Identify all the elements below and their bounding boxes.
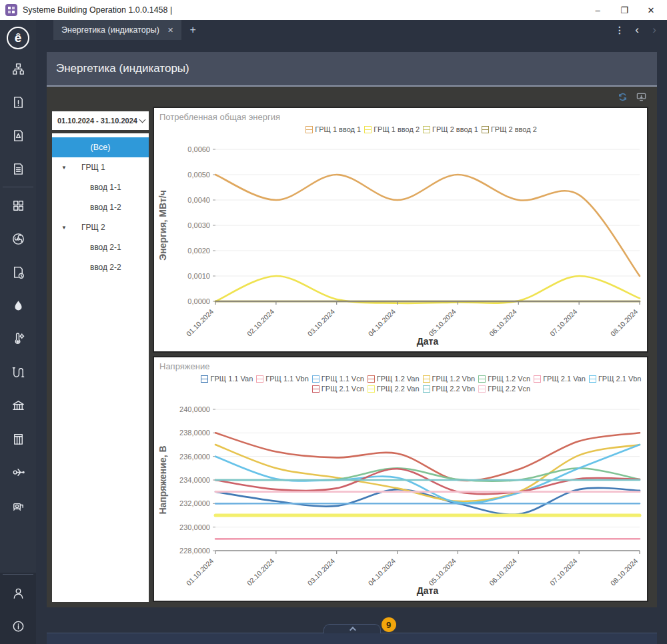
sidebar-item-reports[interactable]	[0, 152, 36, 185]
tab-menu-icon[interactable]: ⋮	[612, 25, 627, 35]
tree-caret-icon[interactable]: ▼	[61, 225, 67, 231]
legend-label: ГРЩ 1 ввод 2	[374, 125, 420, 133]
legend-item[interactable]: ГРЩ 2.1 Vcn	[312, 385, 364, 393]
elevator-icon	[11, 432, 25, 446]
tree-item[interactable]: (Все)	[52, 137, 149, 157]
sidebar-item-elevator[interactable]	[0, 422, 36, 455]
legend-label: ГРЩ 1 ввод 1	[315, 125, 361, 133]
tree-item[interactable]: ввод 2-1	[52, 237, 149, 257]
alarm-count-badge: 9	[382, 617, 396, 632]
legend-item[interactable]: ГРЩ 1 ввод 1	[305, 125, 361, 133]
legend-item[interactable]: ГРЩ 2.2 Vbn	[423, 385, 476, 393]
legend-label: ГРЩ 1.2 Vbn	[432, 375, 476, 383]
new-tab-button[interactable]: +	[181, 20, 204, 40]
legend-label: ГРЩ 2.1 Vbn	[598, 375, 642, 383]
svg-text:240,0000: 240,0000	[179, 405, 210, 413]
device-tree: (Все)▼ГРЩ 1ввод 1-1ввод 1-2▼ГРЩ 2ввод 2-…	[52, 133, 149, 602]
legend-marker-icon	[423, 385, 430, 393]
sidebar-item-building[interactable]	[0, 389, 36, 422]
content-area: 01.10.2024 - 31.10.2024 (Все)▼ГРЩ 1ввод …	[47, 87, 657, 607]
legend-label: ГРЩ 1.2 Van	[377, 375, 420, 383]
energy-chart-legend: ГРЩ 1 ввод 1ГРЩ 1 ввод 2ГРЩ 2 ввод 1ГРЩ …	[201, 125, 642, 133]
svg-text:06.10.2024: 06.10.2024	[488, 307, 518, 338]
document-list-icon	[11, 162, 25, 176]
legend-item[interactable]: ГРЩ 2 ввод 2	[482, 125, 537, 133]
legend-item[interactable]: ГРЩ 2.1 Van	[534, 375, 586, 383]
date-range-select[interactable]: 01.10.2024 - 31.10.2024	[52, 111, 149, 130]
document-alert-icon	[11, 95, 25, 109]
tab-close-icon[interactable]: ✕	[167, 26, 173, 35]
legend-item[interactable]: ГРЩ 2 ввод 1	[423, 125, 478, 133]
legend-marker-icon	[589, 375, 596, 383]
legend-item[interactable]: ГРЩ 1.2 Van	[368, 375, 420, 383]
sidebar-item-events[interactable]	[0, 119, 36, 152]
svg-text:238,0000: 238,0000	[179, 429, 210, 437]
svg-text:230,0000: 230,0000	[179, 523, 210, 531]
legend-marker-icon	[312, 375, 319, 383]
sidebar-item-plumbing[interactable]	[0, 355, 36, 389]
systeme-logo-icon[interactable]: ê	[7, 27, 29, 49]
tab-energetika[interactable]: Энергетика (индикаторы) ✕	[53, 20, 181, 40]
tree-caret-icon[interactable]: ▼	[61, 165, 67, 171]
sidebar-item-hvac[interactable]	[0, 222, 36, 255]
document-sync-icon	[11, 265, 25, 279]
minimize-button[interactable]: –	[584, 1, 611, 19]
legend-item[interactable]: ГРЩ 2.2 Van	[368, 385, 420, 393]
svg-text:08.10.2024: 08.10.2024	[609, 307, 640, 338]
export-icon[interactable]	[635, 91, 647, 102]
energy-chart-plot: 0,00000,00100,00200,00300,00400,00500,00…	[154, 108, 648, 351]
sidebar-item-info[interactable]	[0, 609, 36, 643]
maximize-button[interactable]: ❐	[611, 1, 638, 19]
legend-item[interactable]: ГРЩ 1.1 Vcn	[312, 375, 364, 383]
refresh-icon[interactable]	[616, 91, 628, 102]
nav-back-icon[interactable]: ‹	[630, 23, 644, 37]
sidebar-item-water[interactable]	[0, 289, 36, 322]
status-bar: 9	[47, 633, 657, 644]
close-button[interactable]: ✕	[638, 1, 664, 19]
document-warning-icon	[11, 129, 25, 143]
nav-forward-icon[interactable]: ›	[647, 23, 662, 37]
legend-marker-icon	[305, 126, 313, 133]
tree-item[interactable]: ввод 2-2	[52, 257, 149, 277]
sidebar-item-dashboards[interactable]	[0, 189, 36, 222]
sidebar-divider	[3, 574, 33, 575]
svg-text:02.10.2024: 02.10.2024	[245, 307, 276, 338]
tree-item[interactable]: ввод 1-2	[52, 197, 149, 217]
sidebar-item-distribution[interactable]	[0, 455, 36, 489]
alarm-panel-toggle[interactable]: 9	[323, 624, 381, 633]
sidebar-item-doc-sync[interactable]	[0, 255, 36, 289]
title-bar: Systeme Building Operation 1.0.0.1458 | …	[0, 0, 667, 20]
sidebar-item-alarms[interactable]	[0, 85, 36, 119]
legend-item[interactable]: ГРЩ 2.1 Vbn	[589, 375, 642, 383]
svg-text:01.10.2024: 01.10.2024	[185, 307, 215, 338]
legend-marker-icon	[368, 385, 375, 393]
svg-text:0,0030: 0,0030	[187, 221, 210, 229]
legend-item[interactable]: ГРЩ 1.1 Van	[201, 375, 253, 383]
legend-label: ГРЩ 1.1 Vcn	[321, 375, 364, 383]
tree-item-label: ввод 1-2	[90, 203, 121, 212]
tree-item[interactable]: ▼ГРЩ 1	[52, 157, 149, 177]
sidebar-item-site-hierarchy[interactable]	[0, 52, 36, 85]
svg-text:07.10.2024: 07.10.2024	[548, 557, 579, 587]
flow-split-icon	[11, 465, 25, 479]
tree-item[interactable]: ▼ГРЩ 2	[52, 217, 149, 237]
legend-item[interactable]: ГРЩ 1.1 Vbn	[256, 375, 309, 383]
legend-label: ГРЩ 2.1 Vcn	[321, 385, 364, 393]
legend-marker-icon	[478, 385, 486, 393]
tree-item[interactable]: ввод 1-1	[52, 177, 149, 197]
tree-item-label: ввод 1-1	[90, 183, 121, 192]
sidebar-item-temperature[interactable]	[0, 322, 36, 355]
svg-text:04.10.2024: 04.10.2024	[366, 557, 397, 587]
legend-item[interactable]: ГРЩ 2.2 Vcn	[478, 385, 530, 393]
sidebar-item-user[interactable]	[0, 576, 36, 609]
legend-label: ГРЩ 2.1 Van	[543, 375, 586, 383]
svg-text:232,0000: 232,0000	[179, 499, 210, 507]
legend-label: ГРЩ 1.2 Vcn	[488, 375, 530, 383]
svg-text:Дата: Дата	[417, 336, 439, 347]
sidebar-item-pump[interactable]	[0, 489, 36, 522]
legend-item[interactable]: ГРЩ 1.2 Vcn	[478, 375, 530, 383]
chart-toolbar	[52, 87, 648, 107]
legend-item[interactable]: ГРЩ 1.2 Vbn	[423, 375, 476, 383]
legend-item[interactable]: ГРЩ 1 ввод 2	[364, 125, 420, 133]
tree-item-label: ввод 2-1	[90, 243, 121, 252]
